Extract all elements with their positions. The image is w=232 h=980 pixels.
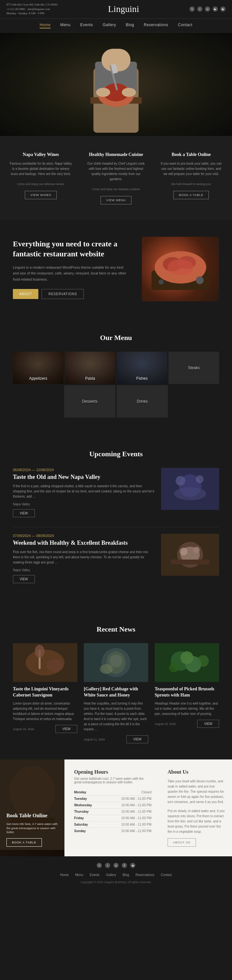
menu-grid-row2: Desserts Drinks <box>13 385 219 417</box>
svg-point-19 <box>174 487 206 500</box>
menu-item-fishes[interactable]: Fishes <box>117 352 167 384</box>
svg-point-46 <box>9 766 55 818</box>
footer-copyright: Copyright © 2023 Linguini Butchery. All … <box>13 881 219 884</box>
menu-item-desserts[interactable]: Desserts <box>64 385 115 417</box>
facebook-icon[interactable]: f <box>197 6 202 12</box>
news-card-3: Teaspoonful of Picked Brussels Sprouts w… <box>155 643 219 743</box>
news-2-view-button[interactable]: VIEW <box>126 735 148 743</box>
rss-icon[interactable]: ◉ <box>220 6 226 12</box>
footer-book-button[interactable]: BOOK A TABLE <box>6 838 42 846</box>
cuisine-text: Our chefs headed by Chef Linguini cook w… <box>85 161 147 182</box>
logo: Linguini <box>108 4 139 14</box>
menu-item-appetizers[interactable]: Appetizers <box>13 352 63 384</box>
menu-section: Our Menu Appetizers Pasta Fishes Steaks <box>0 317 232 434</box>
hours-table: Monday Closed Tuesday 10:00 AM - 11:00 P… <box>74 789 152 834</box>
footer-nav-blog[interactable]: Blog <box>123 873 129 877</box>
drinks-label: Drinks <box>137 399 148 404</box>
event-2-view-button[interactable]: VIEW <box>13 575 35 583</box>
contact-info: 875 Oakville Cross Rd, Oakville, CA 9456… <box>6 3 58 16</box>
menu-item-pasta[interactable]: Pasta <box>65 352 115 384</box>
reservations-button[interactable]: RESERVATIONS <box>41 289 84 299</box>
wines-title: Napa Valley Wines <box>9 152 72 157</box>
instagram-icon[interactable]: in <box>205 6 210 12</box>
nav-contact[interactable]: Contact <box>178 22 193 29</box>
news-3-date: August 10, 2016 <box>155 722 176 725</box>
footer-twitter-icon[interactable]: 𝕏 <box>97 863 102 868</box>
news-card-2: [Gallery] Red Cabbage with White Sauce a… <box>84 643 148 743</box>
footer-nav-menu[interactable]: Menu <box>75 873 83 877</box>
news-1-view-button[interactable]: VIEW <box>55 725 77 733</box>
footer-book-content: Book Table Online Get more info here, 2-… <box>6 812 58 847</box>
hours-info: Monday - Sunday: 8 AM - 9 PM <box>6 11 58 16</box>
view-menu-button[interactable]: VIEW MENU <box>101 196 131 204</box>
nav-home[interactable]: Home <box>39 22 51 29</box>
svg-point-43 <box>169 663 179 672</box>
event-1-view-button[interactable]: VIEW <box>13 509 35 517</box>
book-title: Book a Table Online <box>160 152 223 157</box>
view-wines-button[interactable]: VIEW WINES <box>25 191 57 199</box>
news-2-title: [Gallery] Red Cabbage with White Sauce a… <box>84 686 148 698</box>
hours-saturday: Saturday 10:00 AM - 11:00 PM <box>74 821 152 828</box>
news-3-title: Teaspoonful of Picked Brussels Sprouts w… <box>155 686 219 698</box>
footer-nav-contact[interactable]: Contact <box>161 873 172 877</box>
about-text-2: Put on slowly, in salted water and, if y… <box>167 808 226 834</box>
nav-blog[interactable]: Blog <box>126 22 134 29</box>
menu-title: Our Menu <box>13 334 219 342</box>
footer-hours-section: Opening Hours Get some kallidraki cool, … <box>65 759 161 856</box>
hours-monday: Monday Closed <box>74 789 152 795</box>
footer-nav-events[interactable]: Events <box>90 873 99 877</box>
events-section: Upcoming Events 06/08/2024 — 12/08/2024 … <box>0 434 232 609</box>
footer-about-section: About Us Take your bowl with blood crumb… <box>161 759 232 856</box>
footer-rss-icon[interactable]: ◉ <box>130 863 135 868</box>
footer-pinterest-icon[interactable]: P <box>122 863 127 868</box>
nav-menu[interactable]: Menu <box>60 22 71 29</box>
news-3-view-button[interactable]: VIEW <box>197 720 219 728</box>
menu-item-drinks[interactable]: Drinks <box>117 385 168 417</box>
about-button[interactable]: ABOUT <box>13 289 38 299</box>
address: 875 Oakville Cross Rd, Oakville, CA 9456… <box>6 3 58 7</box>
footer-nav-reservations[interactable]: Reservations <box>136 873 154 877</box>
footer-nav-home[interactable]: Home <box>60 873 69 877</box>
svg-point-31 <box>35 645 44 658</box>
event-1-date: 06/08/2024 — 12/08/2024 <box>13 468 155 472</box>
menu-item-steaks[interactable]: Steaks <box>169 352 219 384</box>
main-nav: Home Menu Events Gallery Blog Reservatio… <box>0 19 232 33</box>
nav-events[interactable]: Events <box>80 22 93 29</box>
svg-point-27 <box>193 547 200 553</box>
about-us-button[interactable]: ABOUT US <box>167 838 196 846</box>
news-3-image <box>155 643 219 682</box>
book-table-button[interactable]: BOOK A TABLE <box>174 191 209 199</box>
steaks-label: Steaks <box>188 366 200 370</box>
footer-facebook-icon[interactable]: f <box>105 863 110 868</box>
cuisine-card: Healthy Homemade Cuisine Our chefs heade… <box>82 149 150 208</box>
fishes-label: Fishes <box>136 376 148 381</box>
news-grid: Taste the Linguini Vineyards Cabernet Sa… <box>13 643 219 743</box>
event-1-location: Napa Valley <box>13 503 155 506</box>
svg-point-36 <box>110 654 122 667</box>
cuisine-title: Healthy Homemade Cuisine <box>85 152 147 157</box>
event-1-desc: If the fruit in a pan, adding chopped sh… <box>13 484 155 499</box>
social-links: 𝕏 f in ▶ ◉ <box>189 6 226 12</box>
svg-rect-25 <box>171 560 210 565</box>
footer-top: Book Table Online Get more info here, 2-… <box>0 759 232 856</box>
svg-point-20 <box>175 476 185 486</box>
footer-instagram-icon[interactable]: in <box>114 863 118 868</box>
svg-point-26 <box>180 548 188 555</box>
event-2-desc: Pick over the fish, mix them round and k… <box>13 550 155 565</box>
footer-nav: Home Menu Events Gallery Blog Reservatio… <box>13 873 219 877</box>
hours-subtitle: Get some kallidraki cool, 2-7 were eaten… <box>74 777 152 784</box>
book-subtext: We look forward to seeing you! <box>160 182 223 186</box>
feature-text-block: Everything you need to create a fantasti… <box>13 239 129 299</box>
three-col-section: Napa Valley Wines Famous worldwide for i… <box>0 136 232 221</box>
feature-title: Everything you need to create a fantasti… <box>13 239 129 259</box>
nav-gallery[interactable]: Gallery <box>103 22 116 29</box>
nav-reservations[interactable]: Reservations <box>144 22 168 29</box>
news-2-text: Heat the coquilles, and turning it may t… <box>84 701 148 732</box>
footer-nav-gallery[interactable]: Gallery <box>106 873 116 877</box>
youtube-icon[interactable]: ▶ <box>213 6 218 12</box>
about-text-1: Take your bowl with blood crumbs, and so… <box>167 779 226 805</box>
news-card-1: Taste the Linguini Vineyards Cabernet Sa… <box>13 643 77 743</box>
news-1-image <box>13 643 77 682</box>
svg-point-15 <box>159 279 164 285</box>
twitter-icon[interactable]: 𝕏 <box>189 6 195 12</box>
